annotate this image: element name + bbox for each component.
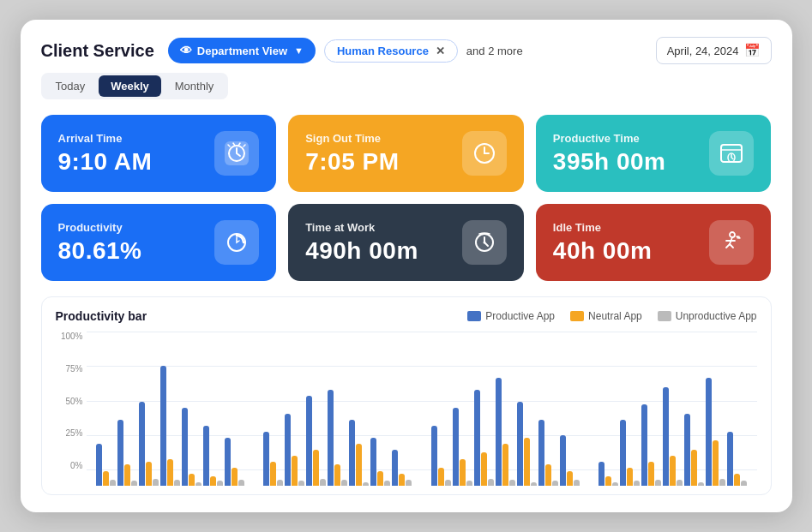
bar-neutral [502, 444, 508, 486]
productivity-info: Productivity 80.61% [58, 221, 142, 265]
chart-header: Productivity bar Productive App Neutral … [56, 309, 757, 323]
bar-unproductive [384, 481, 390, 486]
svg-point-10 [483, 242, 485, 244]
chevron-down-icon: ▼ [294, 45, 304, 56]
bar-neutral [356, 444, 362, 486]
bar-neutral [648, 462, 654, 486]
bar-neutral [438, 468, 444, 486]
timeatwork-icon [462, 220, 507, 265]
bar-unproductive [153, 479, 159, 486]
neutral-dot [570, 311, 584, 321]
bars-row: MondayTuesdayWednesdayThursday [87, 332, 757, 486]
day-group-monday: Monday [87, 366, 255, 486]
arrival-icon [214, 131, 259, 176]
bar-unproductive [110, 480, 116, 486]
bar-productive [538, 420, 544, 486]
bar-unproductive [741, 481, 747, 486]
date-picker[interactable]: April, 24, 2024 📅 [656, 37, 772, 64]
bar-neutral [605, 476, 611, 486]
today-button[interactable]: Today [44, 75, 98, 97]
arrival-label: Arrival Time [58, 132, 153, 145]
y-axis: 0%25%50%75%100% [56, 332, 87, 486]
calendar-icon: 📅 [744, 43, 761, 58]
bar-neutral [146, 462, 152, 486]
bar-neutral [292, 456, 298, 486]
close-icon[interactable]: ✕ [436, 45, 445, 57]
productive-time-card: Productive Time 395h 00m [536, 115, 772, 192]
bar-productive [328, 390, 334, 486]
bar-productive [306, 396, 312, 486]
bar-unproductive [677, 480, 683, 486]
bar-unproductive [406, 480, 412, 486]
dept-view-label: Department View [197, 45, 287, 57]
bar-productive [349, 420, 355, 486]
bar-productive [182, 408, 188, 486]
legend-unproductive: Unproductive App [658, 310, 757, 322]
legend-neutral: Neutral App [570, 310, 642, 322]
bar-productive [392, 450, 398, 486]
bar-unproductive [509, 480, 515, 486]
chart-legend: Productive App Neutral App Unproductive … [467, 310, 756, 322]
bar-unproductive [217, 481, 223, 486]
bar-productive [641, 404, 647, 486]
idletime-icon [709, 220, 754, 265]
monthly-button[interactable]: Monthly [163, 75, 226, 97]
productive-label: Productive Time [553, 132, 666, 145]
bar-unproductive [466, 481, 472, 486]
bar-unproductive [363, 482, 369, 486]
neutral-legend-label: Neutral App [588, 310, 642, 322]
weekly-button[interactable]: Weekly [99, 75, 161, 97]
bar-unproductive [298, 481, 304, 486]
signout-icon [462, 131, 507, 176]
time-at-work-card: Time at Work 490h 00m [288, 204, 524, 281]
unproductive-dot [658, 311, 671, 321]
bar-unproductive [488, 479, 494, 486]
bar-neutral [103, 471, 109, 486]
timeatwork-value: 490h 00m [305, 237, 418, 265]
bar-neutral [545, 464, 551, 486]
chart-area: 0%25%50%75%100% MondayTuesdayWednesdayTh… [56, 332, 757, 486]
day-group-wednesday: Wednesday [422, 378, 590, 486]
eye-icon: 👁 [180, 44, 192, 57]
productive-info: Productive Time 395h 00m [553, 132, 666, 176]
bar-neutral [567, 471, 573, 486]
bar-unproductive [341, 480, 347, 486]
bar-productive [203, 426, 209, 486]
bar-unproductive [277, 480, 283, 486]
bar-neutral [167, 459, 173, 486]
legend-productive: Productive App [467, 310, 555, 322]
bar-productive [474, 390, 480, 486]
bar-neutral [670, 456, 676, 486]
productive-icon [709, 131, 754, 176]
bar-productive [139, 402, 145, 486]
chart-section: Productivity bar Productive App Neutral … [41, 296, 772, 495]
productivity-value: 80.61% [58, 237, 142, 265]
chart-title: Productivity bar [56, 309, 147, 323]
signout-label: Sign Out Time [305, 132, 399, 145]
bar-neutral [399, 474, 405, 486]
page-title: Client Service [41, 41, 154, 61]
bar-productive [225, 438, 231, 486]
view-toggle-group: Today Weekly Monthly [41, 73, 229, 99]
bar-unproductive [698, 482, 704, 486]
bar-neutral [377, 471, 383, 486]
bar-productive [453, 408, 459, 486]
bar-productive [96, 444, 102, 486]
filter-tag[interactable]: Human Resource ✕ [324, 39, 458, 63]
bar-productive [431, 426, 437, 486]
and-more-label: and 2 more [466, 45, 523, 57]
bar-unproductive [719, 479, 725, 486]
signout-value: 7:05 PM [305, 148, 399, 176]
bar-unproductive [531, 482, 537, 486]
svg-line-14 [730, 244, 733, 248]
bar-unproductive [655, 480, 661, 486]
day-group-thursday: Thursday [589, 378, 757, 486]
bar-productive [560, 435, 566, 486]
timeatwork-info: Time at Work 490h 00m [305, 221, 418, 265]
bar-productive [285, 414, 291, 486]
department-view-button[interactable]: 👁 Department View ▼ [168, 38, 316, 63]
arrival-value: 9:10 AM [58, 148, 153, 176]
bar-productive [263, 432, 269, 486]
bar-unproductive [174, 480, 180, 486]
bar-neutral [734, 474, 740, 486]
